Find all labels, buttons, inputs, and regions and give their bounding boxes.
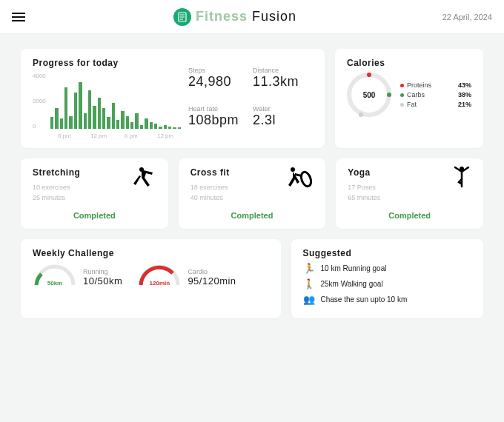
hamburger-menu-button[interactable] [12, 10, 25, 24]
metric-value-heartrate: 108bpm [188, 113, 248, 128]
calories-title: Calories [347, 58, 471, 68]
chart-bar [130, 122, 133, 129]
chart-bar [135, 113, 138, 129]
gauge-value-cardio: 95/120min [188, 275, 236, 287]
suggested-text: 10 km Running goal [321, 264, 387, 272]
stretching-icon [131, 166, 158, 193]
legend-fat-pct: 21% [458, 101, 471, 108]
chart-bar [173, 127, 176, 129]
chart-bar [98, 98, 101, 129]
metric-label-heartrate: Heart rate [188, 105, 248, 113]
metric-value-water: 2.3l [253, 113, 313, 128]
suggested-text: Chase the sun upto 10 km [321, 295, 408, 304]
gauge-value-running: 10/50km [83, 275, 122, 287]
legend-proteins-pct: 43% [458, 81, 471, 89]
metric-label-steps: Steps [188, 67, 248, 74]
suggested-item[interactable]: 👥 Chase the sun upto 10 km [303, 294, 472, 305]
activity-line2: 65 minutes [348, 192, 471, 203]
chart-bar [126, 116, 129, 130]
brand-icon [173, 8, 191, 26]
suggested-card: Suggested 🏃 10 km Running goal 🚶 25km Wa… [291, 239, 484, 318]
yoga-icon [451, 166, 473, 193]
metric-label-water: Water [253, 105, 313, 113]
activity-status: Completed [33, 204, 156, 220]
group-run-icon: 👥 [303, 294, 315, 305]
legend-fat: Fat [407, 101, 417, 108]
chart-bar [168, 127, 171, 129]
chart-bar [60, 118, 63, 129]
chart-bar [116, 120, 119, 129]
chart-bar [145, 118, 147, 129]
chart-bar [55, 108, 58, 129]
weekly-challenge-card: Weekly Challenge 50km Running 10/50km [21, 239, 281, 318]
chart-bar [154, 124, 157, 129]
chart-xtick: 8 pm [58, 133, 71, 139]
chart-bar [84, 113, 87, 129]
activity-line2: 40 minutes [190, 192, 314, 203]
chart-bar [178, 127, 181, 129]
chart-bar [64, 87, 67, 129]
activity-line2: 25 minutes [33, 192, 156, 203]
activity-card-stretching[interactable]: Stretching 10 exercises 25 minutes Compl… [21, 158, 168, 229]
gauge-label-running: Running [83, 268, 122, 275]
progress-today-card: Progress for today 4000 2000 0 8 pm 12 p… [21, 49, 325, 148]
chart-ytick: 4000 [33, 73, 46, 79]
chart-bar [150, 122, 153, 129]
crossfit-icon [285, 166, 315, 193]
calories-legend: Proteins43% Carbs38% Fat21% [400, 79, 471, 110]
calories-donut-chart: 500 [347, 73, 391, 117]
activity-card-crossfit[interactable]: Cross fit 18 exercises 40 minutes Comple… [179, 158, 326, 229]
chart-bar [102, 108, 105, 129]
chart-ytick: 0 [33, 123, 36, 130]
legend-carbs-pct: 38% [458, 91, 471, 98]
suggested-item[interactable]: 🚶 25km Walking goal [303, 278, 472, 289]
chart-bar [79, 82, 82, 129]
progress-title: Progress for today [33, 58, 181, 68]
suggested-item[interactable]: 🏃 10 km Running goal [303, 263, 472, 274]
brand: FitnessFusion [173, 8, 296, 26]
current-date: 22 April, 2024 [442, 13, 492, 21]
calories-center-value: 500 [363, 91, 376, 99]
chart-bar [112, 103, 115, 129]
chart-bar [140, 125, 143, 129]
brand-text-first: Fitness [196, 9, 248, 24]
chart-bar [164, 125, 167, 129]
metric-value-steps: 24,980 [188, 74, 248, 90]
gauge-running: 50km Running 10/50km [33, 263, 122, 287]
chart-bar [159, 127, 162, 130]
chart-bar [74, 93, 77, 129]
weekly-title: Weekly Challenge [33, 248, 269, 258]
metric-label-distance: Distance [253, 67, 313, 74]
app-header: FitnessFusion 22 April, 2024 [0, 0, 504, 34]
gauge-label-cardio: Cardio [188, 268, 236, 275]
legend-carbs: Carbs [407, 91, 425, 98]
progress-bar-chart: 4000 2000 0 8 pm 12 pm 6 pm 12 pm [33, 73, 181, 139]
chart-xtick: 12 pm [90, 133, 107, 139]
chart-xtick: 12 pm [157, 133, 173, 139]
svg-point-6 [299, 171, 313, 188]
chart-ytick: 2000 [33, 98, 46, 104]
progress-metrics: Steps 24,980 Distance 11.3km Heart rate … [188, 58, 313, 139]
brand-text-second: Fusion [252, 9, 296, 24]
chart-bar [93, 106, 96, 130]
chart-bar [121, 111, 124, 130]
activity-status: Completed [190, 204, 314, 220]
legend-proteins: Proteins [407, 81, 431, 89]
calories-card: Calories 500 Proteins43% Carbs38% Fat21% [335, 49, 483, 148]
activity-card-yoga[interactable]: Yoga 17 Poses 65 minutes Completed [336, 158, 483, 229]
activity-status: Completed [348, 204, 471, 220]
chart-bar [50, 117, 53, 129]
suggested-title: Suggested [303, 248, 472, 258]
dashboard-content: Progress for today 4000 2000 0 8 pm 12 p… [0, 34, 504, 327]
metric-value-distance: 11.3km [253, 74, 313, 90]
chart-bar [88, 90, 91, 130]
gauge-center-cardio: 120min [150, 280, 170, 287]
chart-bar [69, 116, 72, 130]
walking-icon: 🚶 [303, 278, 315, 289]
chart-xtick: 6 pm [125, 133, 138, 139]
svg-point-5 [291, 167, 295, 172]
chart-bar [107, 117, 110, 129]
running-icon: 🏃 [303, 263, 315, 274]
gauge-cardio: 120min Cardio 95/120min [137, 263, 236, 287]
gauge-center-running: 50km [47, 280, 62, 287]
